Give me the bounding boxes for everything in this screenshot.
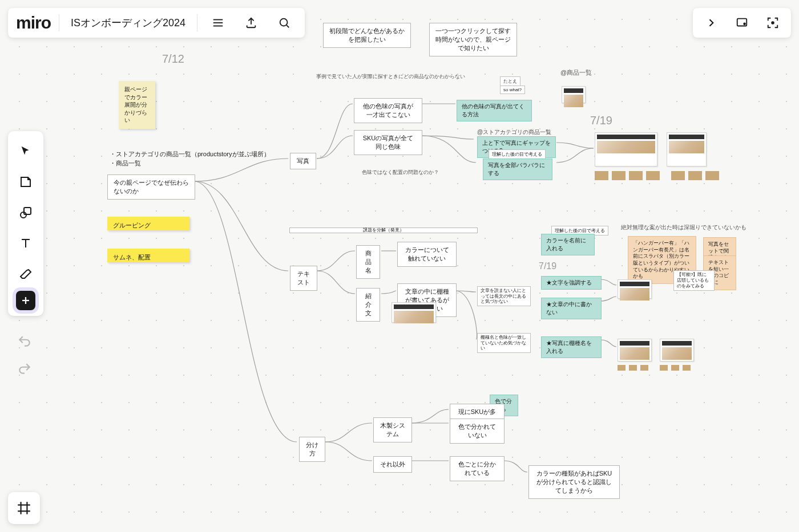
topbar-right [693, 8, 791, 38]
node-split[interactable]: 分け方 [299, 437, 325, 462]
thumbnail-e[interactable] [618, 339, 652, 362]
tiny-long-text[interactable]: 文章を読まない人にとっては長文の中にあると気づかない [477, 286, 531, 306]
whitebox-possible[interactable]: 【可能?】既に店頭しているものをみてみる [673, 270, 715, 291]
svg-point-3 [280, 19, 288, 26]
frame-tool[interactable] [8, 492, 40, 524]
node-other[interactable]: それ以外 [373, 456, 412, 473]
node-header-strip[interactable]: 課題を分解（発見） [289, 228, 478, 233]
miro-logo[interactable]: miro [16, 13, 51, 33]
thumbnail-f[interactable] [660, 339, 694, 362]
teal-other-colors-method[interactable]: 他の色味の写真が出てくる方法 [457, 100, 532, 121]
tool-rail [8, 131, 43, 316]
thumbnail-c[interactable] [667, 132, 707, 166]
text-store-category: ・ストアカテゴリの商品一覧（productstoryが並ぶ場所） [110, 150, 270, 159]
divider [197, 14, 197, 31]
teal-colorname[interactable]: カラーを名前に入れる [541, 234, 595, 255]
redo-icon[interactable] [17, 362, 32, 379]
undo-icon[interactable] [17, 334, 32, 351]
search-icon[interactable] [272, 10, 297, 35]
tag-tatoe[interactable]: たとえ [500, 76, 520, 86]
fit-view-icon[interactable] [760, 10, 785, 35]
caption-arrangement: 色味ではなく配置の問題なのか？ [362, 169, 439, 176]
sticky-grouping[interactable]: グルーピング [107, 217, 189, 230]
date-719b: 7/19 [539, 261, 556, 271]
swatch-row-3 [618, 365, 648, 371]
date-712: 7/12 [162, 52, 184, 66]
teal-shuffle[interactable]: 写真を全部バラバラにする [483, 159, 552, 180]
node-perceived-split[interactable]: カラーの種類があればSKUが分けられていると認識してしまうから [528, 465, 620, 499]
svg-point-7 [772, 22, 774, 24]
thumbnail-d[interactable] [618, 279, 652, 299]
caption-products: @商品一覧 [560, 68, 592, 77]
text-product-list: ・商品一覧 [110, 159, 141, 168]
eraser-tool[interactable] [11, 260, 40, 289]
topbar-left: miro ISオンボーディング2024 [8, 8, 305, 38]
node-no-color-mention[interactable]: カラーについて触れていない [397, 242, 457, 267]
select-tool[interactable] [11, 137, 40, 165]
node-split-by-color[interactable]: 色ごとに分かれている [450, 456, 505, 481]
node-not-split-color[interactable]: 色で分かれていない [450, 419, 505, 444]
node-photo-a[interactable]: 他の色味の写真が一才出てこない [354, 98, 422, 123]
add-tool[interactable] [16, 291, 35, 310]
thumbnail-b[interactable] [595, 132, 657, 166]
node-wood-system[interactable]: 木製システム [373, 417, 412, 442]
shape-tool[interactable] [11, 198, 40, 227]
node-text[interactable]: テキスト [290, 266, 317, 291]
sticky-parent-page[interactable]: 親ページでカラー展開が分かりづらい [119, 81, 155, 129]
caption-store-category: @ストアカテゴリの商品一覧 [477, 128, 551, 136]
date-719a: 7/19 [590, 114, 612, 127]
thumbnail-intro[interactable] [392, 302, 436, 323]
caption-absurd: 絶対無理な案が出た時は深堀りできていないかも [621, 224, 746, 232]
tiny-mismatch[interactable]: 棚種名と色味が一致していないため気づかない [477, 333, 531, 353]
divider [59, 14, 59, 31]
node-introduction[interactable]: 紹介文 [356, 288, 380, 322]
svg-rect-8 [24, 208, 31, 214]
menu-icon[interactable] [205, 10, 231, 35]
node-photo[interactable]: 写真 [290, 153, 316, 169]
teal-emphasize[interactable]: ★文字を強調する [541, 276, 602, 290]
label-after-understand-1: 理解した後の目で考える [489, 149, 546, 159]
presentation-icon[interactable] [729, 10, 754, 35]
text-tool[interactable] [11, 229, 40, 258]
node-root[interactable]: 今の親ページでなぜ伝わらないのか [107, 174, 195, 200]
swatch-row-2 [671, 171, 719, 180]
chevron-right-icon[interactable] [699, 10, 724, 35]
thumbnail-a[interactable] [562, 86, 586, 103]
node-photo-b[interactable]: SKUの写真が全て同じ色味 [354, 130, 422, 155]
sticky-thumbnail[interactable]: サムネ、配置 [107, 249, 189, 262]
node-initial-colors[interactable]: 初段階でどんな色があるかを把握したい [323, 23, 411, 48]
board-title[interactable]: ISオンボーディング2024 [67, 16, 189, 30]
teal-not-inline[interactable]: ★文章の中に書かない [541, 298, 602, 319]
tag-sowhat[interactable]: so what? [500, 86, 525, 94]
caption-case: 事例で見ていた人が実際に探すときにどの商品なのかわからない [316, 73, 465, 80]
svg-point-6 [744, 23, 745, 25]
swatch-row-4 [660, 365, 691, 371]
export-icon[interactable] [239, 10, 264, 35]
node-product-name[interactable]: 商品名 [356, 245, 380, 279]
sticky-note-tool[interactable] [11, 168, 40, 196]
teal-photo-shelf-name[interactable]: ★写真に棚種名を入れる [541, 336, 602, 358]
undo-redo [10, 334, 39, 379]
node-one-click[interactable]: 一つ一つクリックして探す時間がないので、親ページで知りたい [429, 23, 517, 56]
svg-line-4 [286, 25, 289, 27]
swatch-row-1 [595, 171, 660, 180]
